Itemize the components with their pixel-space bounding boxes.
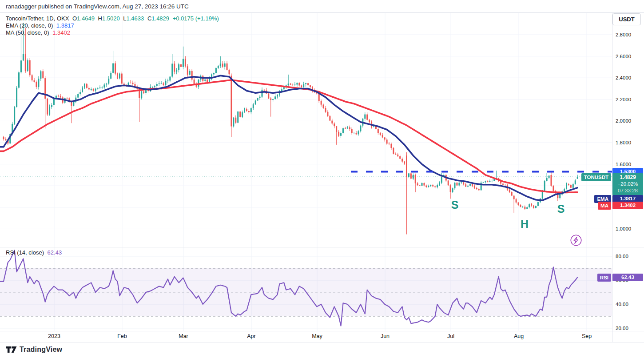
time-axis-label: Feb: [117, 333, 127, 339]
price-axis-label: 2.0000: [616, 118, 631, 124]
time-axis-label: Apr: [247, 333, 255, 339]
ema-indicator-label: EMA (20, close, 0): [6, 22, 53, 29]
time-axis-label: Sep: [582, 333, 592, 339]
time-axis-label: Jul: [447, 333, 454, 339]
price-axis-label: 2.6000: [616, 53, 631, 60]
symbol-title: Toncoin/Tether, 1D, OKX: [6, 15, 69, 22]
rsi-axis-label: 80.00: [616, 253, 628, 259]
time-axis-label: Mar: [179, 333, 188, 339]
symbol-chip: TONUSDT: [581, 173, 611, 181]
rsi-indicator-label: RSI (14, close): [6, 249, 44, 256]
tradingview-published-chart: ranadagger published on TradingView.com,…: [0, 0, 644, 358]
high-value: 1.5020: [102, 15, 120, 22]
rsi-pane: [0, 251, 612, 326]
price-axis-label: 1.6000: [616, 161, 631, 167]
rsi-axis-label: 20.00: [616, 325, 628, 331]
header-separator: [0, 12, 644, 13]
last-price-change: −20.02%: [612, 181, 643, 187]
chart-canvas[interactable]: [0, 0, 644, 358]
rsi-indicator-value: 62.43: [48, 249, 62, 256]
close-label: C: [147, 15, 151, 22]
currency-toggle-button[interactable]: USDT: [612, 13, 641, 25]
close-value: 1.4829: [151, 15, 169, 22]
last-price-value: 1.4829: [612, 174, 643, 181]
published-attribution: ranadagger published on TradingView.com,…: [6, 3, 189, 10]
pattern-annotation-s[interactable]: S: [451, 199, 459, 211]
price-axis-label: 1.0000: [616, 226, 631, 232]
bar-countdown: 07:33:28: [612, 187, 643, 194]
footer-separator: [0, 342, 644, 342]
pattern-annotation-s[interactable]: S: [557, 203, 565, 215]
candlestick-series: [0, 23, 612, 234]
ma-chip: MA: [598, 202, 611, 210]
low-value: 1.4633: [127, 15, 144, 22]
price-axis-label: 2.8000: [616, 32, 631, 38]
open-value: 1.4649: [77, 15, 95, 22]
rsi-legend-row[interactable]: RSI (14, close) 62.43: [6, 249, 62, 256]
boost-lightning-icon[interactable]: [570, 234, 582, 247]
ma-price-badge: 1.3402: [612, 202, 643, 209]
ema-indicator-value: 1.3817: [56, 22, 74, 29]
open-label: O: [72, 15, 77, 22]
last-price-badge: 1.4829 −20.02% 07:33:28: [612, 173, 643, 195]
ma-indicator-label: MA (50, close, 0): [6, 29, 49, 36]
panel-separator: [0, 247, 644, 247]
pattern-annotation-h[interactable]: H: [521, 218, 529, 231]
symbol-legend-row[interactable]: Toncoin/Tether, 1D, OKX O1.4649 H1.5020 …: [6, 15, 219, 22]
tradingview-logo-text: TradingView: [20, 346, 62, 354]
tradingview-logo-icon: [6, 346, 17, 353]
time-axis-separator: [0, 331, 644, 331]
high-label: H: [98, 15, 102, 22]
ema-legend-row[interactable]: EMA (20, close, 0) 1.3817: [6, 22, 74, 29]
time-axis-label: Jun: [381, 333, 390, 339]
time-axis-label: May: [312, 333, 322, 339]
ma-legend-row[interactable]: MA (50, close, 0) 1.3402: [6, 29, 70, 36]
tradingview-logo[interactable]: TradingView: [6, 346, 62, 354]
time-axis-label: 2023: [48, 333, 60, 339]
price-axis-label: 1.8000: [616, 139, 631, 146]
rsi-value-badge: 62.43: [612, 274, 643, 281]
low-label: L: [123, 15, 126, 22]
rsi-chip: RSI: [597, 274, 611, 282]
time-axis-label: Aug: [514, 333, 524, 339]
change-value: +0.0175 (+1.19%): [173, 15, 219, 22]
price-axis-label: 2.4000: [616, 75, 631, 81]
price-axis-label: 2.2000: [616, 96, 631, 103]
rsi-axis-label: 40.00: [616, 301, 628, 307]
ma-indicator-value: 1.3402: [52, 29, 70, 36]
